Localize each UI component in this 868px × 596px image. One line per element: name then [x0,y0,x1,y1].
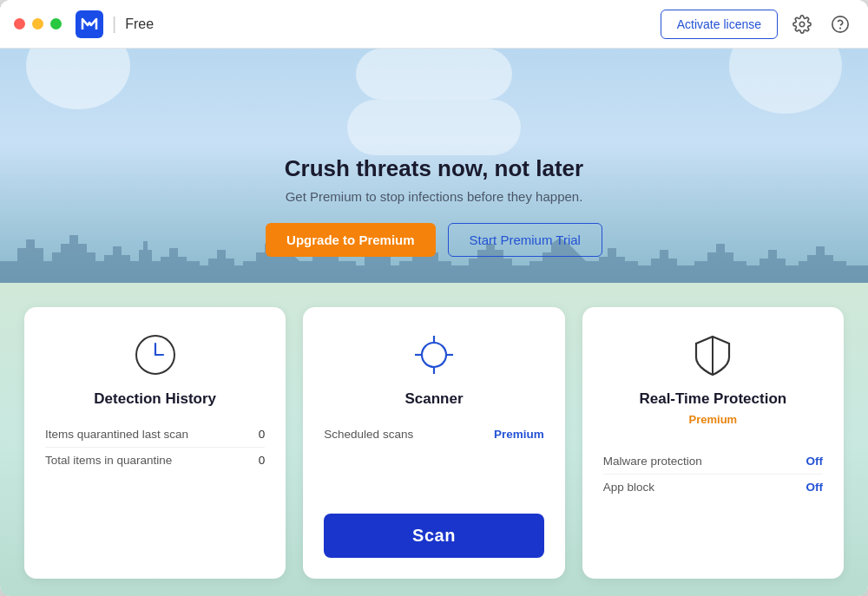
quarantine-last-scan-value: 0 [259,428,266,441]
logo-area: | Free [76,10,154,38]
logo-separator: | [112,14,116,34]
svg-point-1 [799,22,805,27]
svg-point-2 [832,16,848,31]
minimize-button[interactable] [32,18,43,29]
realtime-protection-title: Real-Time Protection [603,390,823,408]
total-quarantine-row: Total items in quarantine 0 [45,447,265,473]
gear-icon [792,15,812,34]
scanner-card: Scanner Scheduled scans Premium Scan [303,307,564,579]
traffic-lights [14,18,62,29]
svg-point-7 [422,343,446,367]
start-premium-trial-button[interactable]: Start Premium Trial [448,223,602,257]
realtime-protection-subtitle: Premium [603,413,823,426]
hero-title: Crush threats now, not later [285,155,583,182]
detection-history-title: Detection History [45,390,265,408]
app-block-label: App block [603,481,654,494]
app-plan-label: Free [125,16,154,32]
settings-button[interactable] [788,10,816,38]
quarantine-last-scan-label: Items quarantined last scan [45,428,188,441]
hero-subtitle: Get Premium to stop infections before th… [286,189,583,204]
upgrade-to-premium-button[interactable]: Upgrade to Premium [266,223,436,257]
crosshair-icon [411,331,457,378]
app-block-row: App block Off [603,474,823,500]
shield-icon-area [603,331,823,378]
cloud-left [356,49,512,100]
hero-banner: Crush threats now, not later Get Premium… [0,49,868,283]
cards-area: Detection History Items quarantined last… [0,283,868,596]
scanner-rows: Scheduled scans Premium [324,422,543,447]
card-icon-area [45,331,265,378]
cloud-right [347,100,521,155]
help-button[interactable] [826,10,854,38]
maximize-button[interactable] [50,18,62,29]
titlebar: | Free Activate license [0,0,868,49]
quarantine-last-scan-row: Items quarantined last scan 0 [45,422,265,447]
malware-protection-label: Malware protection [603,455,702,468]
scan-btn-wrap: Scan [324,498,543,558]
activate-license-button[interactable]: Activate license [661,10,778,39]
detection-history-rows: Items quarantined last scan 0 Total item… [45,422,265,473]
clock-icon [132,331,179,378]
app-logo [76,10,103,38]
titlebar-right: Activate license [661,10,854,39]
app-block-value: Off [806,481,823,494]
scan-button[interactable]: Scan [324,514,543,558]
close-button[interactable] [14,18,25,29]
malware-protection-value: Off [806,455,823,468]
malware-protection-row: Malware protection Off [603,449,823,474]
help-icon [831,15,850,34]
scanner-title: Scanner [324,390,543,408]
total-quarantine-label: Total items in quarantine [45,454,172,467]
realtime-protection-card: Real-Time Protection Premium Malware pro… [582,307,844,579]
scanner-icon-area [324,331,543,378]
scheduled-scans-value: Premium [494,428,544,441]
realtime-protection-rows: Malware protection Off App block Off [603,449,823,500]
scheduled-scans-label: Scheduled scans [324,428,413,441]
shield-icon [689,331,736,378]
total-quarantine-value: 0 [259,454,266,467]
hero-buttons: Upgrade to Premium Start Premium Trial [266,223,602,257]
scheduled-scans-row: Scheduled scans Premium [324,422,543,447]
detection-history-card: Detection History Items quarantined last… [24,307,286,579]
app-window: | Free Activate license [0,0,868,596]
